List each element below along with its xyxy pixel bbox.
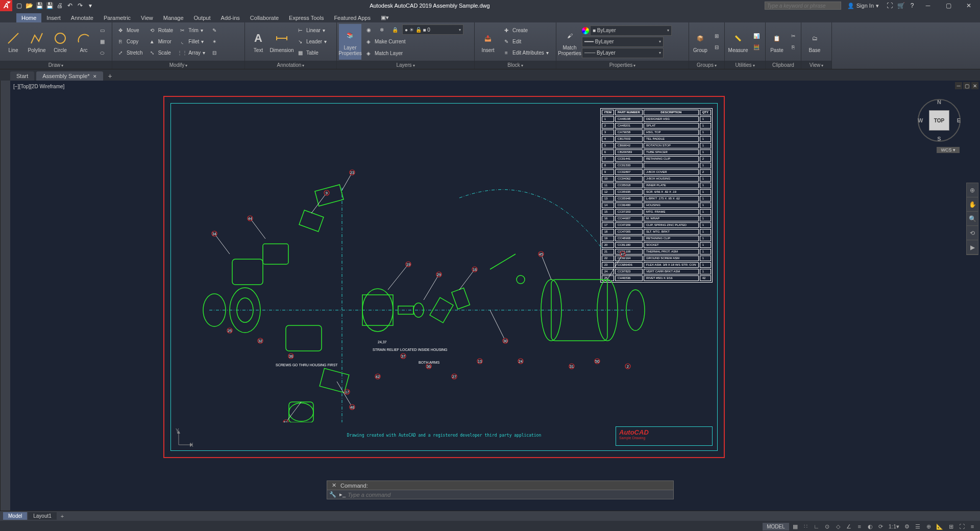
array-button[interactable]: ⋮⋮Array▾ (176, 47, 207, 58)
tab-insert[interactable]: Insert (41, 13, 66, 22)
linear-button[interactable]: ⊢Linear▾ (294, 25, 329, 36)
tab-options[interactable]: ▣▾ (376, 13, 394, 22)
polyline-button[interactable]: Polyline (26, 24, 48, 60)
edit-block-button[interactable]: ✎Edit (500, 36, 551, 47)
copy-clip-button[interactable]: ⎘ (787, 42, 799, 53)
quick-icon[interactable]: ⊞ (946, 522, 955, 531)
explode-button[interactable]: ✶ (208, 36, 220, 47)
showmotion-icon[interactable]: ▶ (967, 240, 978, 255)
lwt-icon[interactable]: ≡ (855, 522, 864, 531)
help-search[interactable] (765, 2, 841, 10)
polar-icon[interactable]: ⊙ (823, 522, 832, 531)
zoom-icon[interactable]: 🔍 (967, 212, 978, 226)
measure-button[interactable]: 📏Measure (727, 24, 749, 60)
file-tab[interactable]: Assembly Sample*✕ (36, 71, 103, 81)
ungroup-button[interactable]: ⊞ (710, 31, 723, 41)
circle-button[interactable]: Circle (49, 24, 71, 60)
lineweight-combo[interactable]: ━━━ ByLayer (582, 37, 664, 47)
help-icon[interactable]: ? (908, 1, 917, 10)
qat-new[interactable]: ▢ (14, 1, 23, 10)
panel-modify-title[interactable]: Modify (112, 61, 244, 69)
rectangle-button[interactable]: ▭ (96, 25, 108, 36)
pan-icon[interactable]: ✋ (967, 197, 978, 212)
offset-button[interactable]: ⊟ (208, 47, 220, 58)
color-combo[interactable]: ■ ByLayer (590, 26, 672, 36)
app-menu[interactable]: A (0, 0, 12, 11)
match-layer-button[interactable]: ◈Match Layer (362, 48, 463, 59)
tab-parametric[interactable]: Parametric (99, 13, 136, 22)
tab-expresstools[interactable]: Express Tools (284, 13, 329, 22)
model-tab[interactable]: Model (3, 512, 27, 520)
insert-button[interactable]: 📥Insert (477, 24, 499, 60)
dimension-button[interactable]: Dimension (271, 24, 293, 60)
cut-button[interactable]: ✂ (787, 31, 799, 41)
close-tab-icon[interactable]: ✕ (93, 74, 97, 79)
layer-combo[interactable]: ● ☀ 🔓 ■ 0 (402, 24, 463, 35)
layer-tool-2[interactable]: ❄ (376, 24, 388, 35)
panel-annotation-title[interactable]: Annotation (245, 61, 336, 69)
cmd-options-icon[interactable]: 🔧 (329, 491, 337, 498)
panel-groups-title[interactable]: Groups (689, 61, 724, 69)
vp-close[interactable]: ✕ (971, 82, 978, 89)
status-model-button[interactable]: MODEL (763, 523, 789, 530)
minimize-button[interactable]: ─ (919, 0, 937, 11)
close-button[interactable]: ✕ (960, 0, 978, 11)
qat-plot[interactable]: 🖨 (55, 1, 64, 10)
maximize-button[interactable]: ▢ (939, 0, 958, 11)
make-current-button[interactable]: ◈Make Current (362, 36, 463, 47)
annomon-icon[interactable]: ⊕ (924, 522, 933, 531)
side-palette-bar[interactable]: Layer Properties Manager Properties (0, 81, 10, 511)
stretch-button[interactable]: ⤢Stretch (114, 47, 145, 58)
otrack-icon[interactable]: ∠ (844, 522, 853, 531)
fillet-button[interactable]: ◟Fillet▾ (176, 36, 207, 47)
signin-button[interactable]: 👤 Sign In ▾ (843, 3, 883, 9)
layout1-tab[interactable]: Layout1 (28, 512, 57, 520)
move-button[interactable]: ✥Move (114, 25, 145, 36)
tab-manage[interactable]: Manage (158, 13, 189, 22)
layer-tool-3[interactable]: 🔒 (389, 24, 401, 35)
gear-icon[interactable]: ⚙ (902, 522, 912, 531)
erase-button[interactable]: ✎ (208, 25, 220, 36)
tab-home[interactable]: Home (16, 13, 41, 22)
vp-minimize[interactable]: ─ (955, 82, 962, 89)
create-block-button[interactable]: ✚Create (500, 25, 551, 36)
grid-icon[interactable]: ▦ (791, 522, 800, 531)
units-icon[interactable]: 📐 (935, 522, 945, 531)
qat-undo[interactable]: ↶ (65, 1, 75, 10)
cart-icon[interactable]: 🛒 (896, 1, 905, 10)
panel-draw-title[interactable]: Draw (0, 61, 112, 69)
layer-tool-1[interactable]: ◉ (362, 24, 375, 35)
transparency-icon[interactable]: ◐ (866, 522, 875, 531)
panel-block-title[interactable]: Block (475, 61, 556, 69)
vp-maximize[interactable]: ▢ (963, 82, 970, 89)
orbit-icon[interactable]: ⟲ (967, 226, 978, 240)
clean-icon[interactable]: ⛶ (957, 522, 966, 531)
ellipse-button[interactable]: ⬭ (96, 47, 108, 58)
tab-annotate[interactable]: Annotate (66, 13, 99, 22)
new-tab-button[interactable]: + (105, 71, 115, 81)
util-2[interactable]: 🧮 (750, 42, 763, 53)
qat-saveas[interactable]: 💾 (45, 1, 54, 10)
viewcube[interactable]: N S E W TOP (914, 95, 965, 146)
mirror-button[interactable]: ▲Mirror (146, 36, 175, 47)
cmd-close-icon[interactable]: ✕ (330, 482, 337, 489)
group-button[interactable]: 📦Group (691, 24, 709, 60)
leader-button[interactable]: ↘Leader▾ (294, 36, 329, 47)
viewcube-top[interactable]: TOP (929, 110, 949, 131)
trim-button[interactable]: ✂Trim▾ (176, 25, 207, 36)
qat-more[interactable]: ▾ (86, 1, 95, 10)
linetype-combo[interactable]: ─── ByLayer (582, 48, 664, 58)
ortho-icon[interactable]: ∟ (812, 522, 821, 531)
qat-save[interactable]: 💾 (35, 1, 44, 10)
table-button[interactable]: ▦Table (294, 47, 329, 58)
tab-addins[interactable]: Add-ins (216, 13, 245, 22)
command-input[interactable] (348, 492, 671, 498)
panel-properties-title[interactable]: Properties (556, 61, 689, 69)
tab-featuredapps[interactable]: Featured Apps (329, 13, 376, 22)
panel-layers-title[interactable]: Layers (337, 61, 474, 69)
tab-collaborate[interactable]: Collaborate (245, 13, 284, 22)
copy-button[interactable]: ⎘Copy (114, 36, 145, 47)
annoscale-icon[interactable]: 1:1▾ (887, 522, 901, 531)
group-edit-button[interactable]: ⊟ (710, 42, 723, 53)
customize-icon[interactable]: ≡ (968, 522, 977, 531)
